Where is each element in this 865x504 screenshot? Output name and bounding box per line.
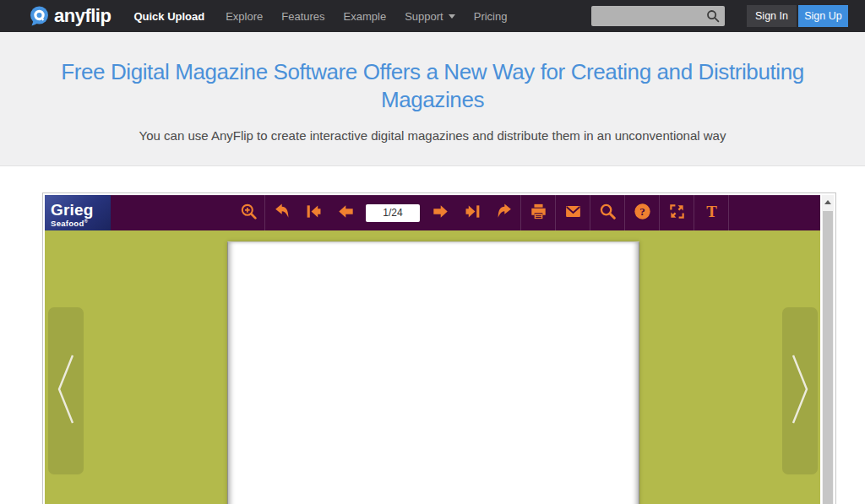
last-page-icon: [464, 203, 481, 223]
page-title: Free Digital Magazine Software Offers a …: [23, 58, 842, 115]
fullscreen-button[interactable]: [660, 195, 694, 230]
arrow-left-icon: [337, 203, 355, 223]
scrollbar-up-button[interactable]: [822, 195, 834, 209]
first-page-icon: [305, 203, 323, 223]
chevron-down-icon: [449, 14, 455, 19]
chevron-left-icon: [54, 352, 78, 430]
undo-icon: [273, 203, 291, 223]
top-navbar: anyflip Quick Upload Explore Features Ex…: [0, 0, 865, 32]
redo-icon: [496, 203, 514, 223]
nav-item-pricing[interactable]: Pricing: [474, 10, 508, 23]
zoom-in-icon: [240, 203, 258, 223]
anyflip-logo-icon: [28, 5, 50, 27]
first-page-button[interactable]: [297, 195, 329, 230]
scroll-up-icon: [824, 200, 831, 204]
flipbook-toolbar: Grieg Seafood®: [45, 195, 820, 230]
prev-page-button[interactable]: [329, 195, 362, 230]
brand-name-line1: Grieg: [51, 202, 111, 218]
flipbook-stage: [45, 230, 820, 504]
zoom-in-button[interactable]: [232, 195, 264, 230]
navbar-search: [591, 6, 725, 26]
prev-page-overlay[interactable]: [48, 307, 84, 474]
help-button[interactable]: ?: [625, 195, 659, 230]
nav-item-explore[interactable]: Explore: [226, 10, 263, 23]
anyflip-logo-text: anyflip: [54, 5, 111, 27]
redo-button[interactable]: [488, 195, 520, 230]
brand-name-line2: Seafood®: [51, 219, 111, 228]
next-page-overlay[interactable]: [782, 307, 818, 474]
search-icon: [599, 203, 617, 223]
toolbar-separator: [728, 195, 729, 230]
nav-item-features[interactable]: Features: [281, 10, 324, 23]
registered-mark: ®: [84, 219, 89, 224]
nav-item-quick-upload[interactable]: Quick Upload: [133, 10, 204, 23]
chevron-right-icon: [788, 352, 812, 430]
svg-text:T: T: [706, 203, 717, 220]
viewer-scrollbar[interactable]: [822, 195, 834, 504]
page-subtitle: You can use AnyFlip to create interactiv…: [0, 128, 865, 143]
next-page-button[interactable]: [424, 195, 456, 230]
help-icon: ?: [634, 203, 651, 223]
email-button[interactable]: [556, 195, 590, 230]
sign-up-button[interactable]: Sign Up: [798, 5, 848, 27]
arrow-right-icon: [432, 203, 449, 223]
anyflip-logo[interactable]: anyflip: [28, 5, 111, 27]
email-icon: [564, 203, 582, 223]
search-input[interactable]: [591, 6, 725, 26]
sign-in-button[interactable]: Sign In: [747, 5, 797, 27]
magazine-page[interactable]: [227, 241, 639, 504]
page-number-input[interactable]: [366, 204, 420, 222]
print-button[interactable]: [521, 195, 555, 230]
grieg-seafood-logo[interactable]: Grieg Seafood®: [45, 195, 111, 230]
search-in-book-button[interactable]: [590, 195, 624, 230]
fullscreen-icon: [668, 203, 686, 223]
text-select-icon: T: [703, 203, 721, 223]
nav-item-support[interactable]: Support: [405, 10, 455, 23]
scrollbar-thumb[interactable]: [823, 211, 833, 504]
last-page-button[interactable]: [456, 195, 488, 230]
hero-section: Free Digital Magazine Software Offers a …: [0, 32, 865, 166]
print-icon: [530, 203, 547, 223]
text-select-button[interactable]: T: [694, 195, 728, 230]
svg-text:?: ?: [639, 205, 645, 218]
nav-item-example[interactable]: Example: [344, 10, 387, 23]
flipbook-viewer: Grieg Seafood®: [42, 192, 836, 504]
undo-button[interactable]: [265, 195, 297, 230]
